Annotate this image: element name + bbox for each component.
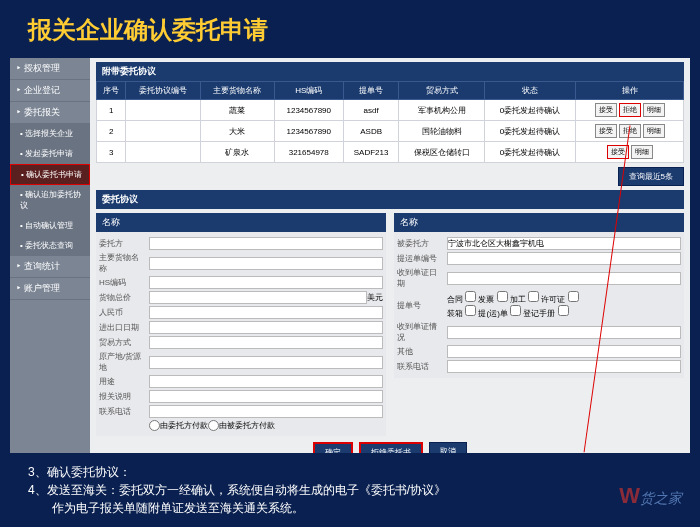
form-label: 提单号	[397, 300, 447, 311]
form-label: 原产地/货源地	[99, 351, 149, 373]
sidebar-item-10[interactable]: ‣ 账户管理	[10, 278, 90, 300]
radio-label: 由被委托方付款	[219, 420, 275, 431]
upper-panel-title: 附带委托协议	[96, 62, 684, 81]
col-header: 序号	[97, 82, 126, 100]
check-label: 许可证	[541, 295, 565, 304]
checkbox-grid: 合同 发票 加工 许可证 装箱 提(运)单 登记手册	[447, 291, 681, 319]
currency-label: 美元	[367, 292, 383, 303]
footer-line-1: 3、确认委托协议：	[28, 463, 446, 481]
query-recent-button[interactable]: 查询最近5条	[618, 167, 684, 186]
cell-hs: 321654978	[274, 142, 343, 163]
cell-seq: 1	[97, 100, 126, 121]
main-content: 附带委托协议 序号委托协议编号主要货物名称HS编码提单号贸易方式状态操作 1蔬菜…	[90, 58, 690, 453]
form-input[interactable]	[447, 360, 681, 373]
doc-checkbox[interactable]	[568, 291, 579, 302]
form-label: 人民币	[99, 307, 149, 318]
form-left-header: 名称	[96, 213, 386, 232]
op-button[interactable]: 明细	[643, 103, 665, 117]
sidebar-item-1[interactable]: ‣ 企业登记	[10, 80, 90, 102]
form-input[interactable]	[447, 272, 681, 285]
pay-radio-1[interactable]	[149, 420, 160, 431]
form-label: 贸易方式	[99, 337, 149, 348]
op-button[interactable]: 接受	[595, 124, 617, 138]
col-header: 提单号	[343, 82, 399, 100]
watermark: W货之家	[619, 483, 682, 509]
form-input[interactable]	[149, 321, 383, 334]
form-input[interactable]	[149, 257, 383, 270]
doc-checkbox[interactable]	[465, 305, 476, 316]
cell-no	[126, 121, 200, 142]
footer-line-3: 作为电子报关单随附单证发送至海关通关系统。	[28, 499, 446, 517]
sidebar: ‣ 授权管理‣ 企业登记‣ 委托报关• 选择报关企业• 发起委托申请• 确认委托…	[10, 58, 90, 453]
cell-bl: SADF213	[343, 142, 399, 163]
table-row: 2大米1234567890ASDB国轮油物料0委托发起待确认接受拒绝明细	[97, 121, 684, 142]
form-input[interactable]	[447, 326, 681, 339]
form-row: 其他	[397, 345, 681, 358]
cell-trade: 国轮油物料	[399, 121, 484, 142]
form-input[interactable]	[149, 356, 383, 369]
form-label: 进出口日期	[99, 322, 149, 333]
sidebar-item-3[interactable]: • 选择报关企业	[10, 124, 90, 144]
form-row: 人民币	[99, 306, 383, 319]
form-row: HS编码	[99, 276, 383, 289]
confirm-button[interactable]: 确定	[313, 442, 353, 453]
form-input[interactable]	[149, 291, 367, 304]
op-button[interactable]: 明细	[643, 124, 665, 138]
form-input[interactable]	[149, 390, 383, 403]
col-header: 操作	[576, 82, 684, 100]
doc-checkbox[interactable]	[497, 291, 508, 302]
form-left: 名称 委托方主要货物名称HS编码货物总价 美元人民币进出口日期贸易方式原产地/货…	[96, 213, 386, 436]
sidebar-item-4[interactable]: • 发起委托申请	[10, 144, 90, 164]
op-button[interactable]: 明细	[631, 145, 653, 159]
cell-no	[126, 142, 200, 163]
form-input[interactable]	[447, 345, 681, 358]
form-input[interactable]	[149, 336, 383, 349]
op-button[interactable]: 拒绝	[619, 103, 641, 117]
form-right-header: 名称	[394, 213, 684, 232]
doc-checkbox[interactable]	[465, 291, 476, 302]
doc-checkbox[interactable]	[558, 305, 569, 316]
sidebar-item-6[interactable]: • 确认追加委托协议	[10, 185, 90, 216]
form-input[interactable]	[149, 405, 383, 418]
form-row: 货物总价 美元	[99, 291, 383, 304]
cell-ops: 接受明细	[576, 142, 684, 163]
form-label: 主要货物名称	[99, 252, 149, 274]
form-row: 主要货物名称	[99, 252, 383, 274]
form-input[interactable]	[149, 375, 383, 388]
sidebar-item-0[interactable]: ‣ 授权管理	[10, 58, 90, 80]
sidebar-item-9[interactable]: ‣ 查询统计	[10, 256, 90, 278]
form-label: 联系电话	[397, 361, 447, 372]
sidebar-item-7[interactable]: • 自动确认管理	[10, 216, 90, 236]
cell-status: 0委托发起待确认	[484, 142, 576, 163]
check-label: 登记手册	[523, 309, 555, 318]
reject-delegation-button[interactable]: 拒绝委托书	[359, 442, 423, 453]
cell-goods: 大米	[200, 121, 274, 142]
cell-trade: 军事机构公用	[399, 100, 484, 121]
cancel-button[interactable]: 取消	[429, 442, 467, 453]
col-header: 贸易方式	[399, 82, 484, 100]
form-input[interactable]	[149, 306, 383, 319]
app-frame: ‣ 授权管理‣ 企业登记‣ 委托报关• 选择报关企业• 发起委托申请• 确认委托…	[10, 58, 690, 453]
sidebar-item-5[interactable]: • 确认委托书申请	[10, 164, 90, 185]
sidebar-item-8[interactable]: • 委托状态查询	[10, 236, 90, 256]
form-label: 被委托方	[397, 238, 447, 249]
footer-notes: 3、确认委托协议： 4、发送至海关：委托双方一经确认，系统便自动将生成的电子《委…	[28, 463, 446, 517]
pay-radio-2[interactable]	[208, 420, 219, 431]
op-button[interactable]: 接受	[595, 103, 617, 117]
form-input[interactable]	[447, 237, 681, 250]
doc-checkbox[interactable]	[528, 291, 539, 302]
form-row: 报关说明	[99, 390, 383, 403]
doc-checkbox[interactable]	[510, 305, 521, 316]
delegation-table: 序号委托协议编号主要货物名称HS编码提单号贸易方式状态操作 1蔬菜1234567…	[96, 81, 684, 163]
check-label: 发票	[478, 295, 494, 304]
form-label: 委托方	[99, 238, 149, 249]
form-row: 委托方	[99, 237, 383, 250]
form-label: 其他	[397, 346, 447, 357]
check-label: 装箱	[447, 309, 463, 318]
form-input[interactable]	[447, 252, 681, 265]
sidebar-item-2[interactable]: ‣ 委托报关	[10, 102, 90, 124]
cell-status: 0委托发起待确认	[484, 121, 576, 142]
cell-bl: asdf	[343, 100, 399, 121]
form-input[interactable]	[149, 276, 383, 289]
form-input[interactable]	[149, 237, 383, 250]
